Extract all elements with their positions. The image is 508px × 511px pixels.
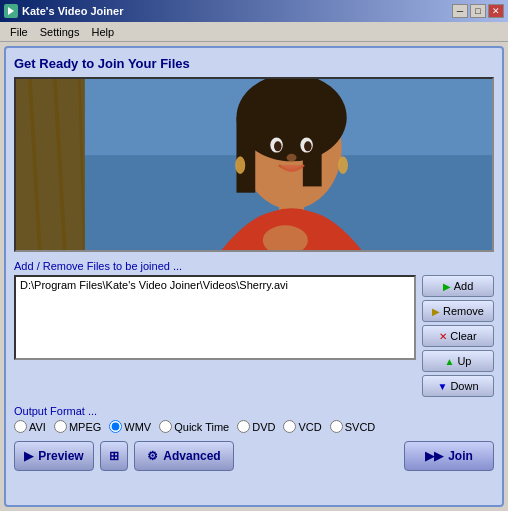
svg-marker-0: [8, 7, 14, 15]
clear-button[interactable]: ✕ Clear: [422, 325, 494, 347]
preview-button[interactable]: ▶ Preview: [14, 441, 94, 471]
format-dvd[interactable]: DVD: [237, 420, 275, 433]
format-options: AVI MPEG WMV Quick Time DVD VCD SVCD: [14, 420, 494, 433]
video-preview: [14, 77, 494, 252]
join-button[interactable]: ▶▶ Join: [404, 441, 494, 471]
grid-button[interactable]: ⊞: [100, 441, 128, 471]
output-section: Output Format ... AVI MPEG WMV Quick Tim…: [14, 405, 494, 433]
menu-settings[interactable]: Settings: [34, 25, 86, 39]
file-section-label: Add / Remove Files to be joined ...: [14, 260, 494, 272]
format-mpeg[interactable]: MPEG: [54, 420, 101, 433]
clear-icon: ✕: [439, 331, 447, 342]
join-icon: ▶▶: [425, 449, 443, 463]
bottom-buttons: ▶ Preview ⊞ ⚙ Advanced ▶▶ Join: [14, 441, 494, 471]
svg-point-19: [338, 156, 348, 174]
up-button[interactable]: ▲ Up: [422, 350, 494, 372]
svg-point-18: [235, 156, 245, 174]
menubar: File Settings Help: [0, 22, 508, 42]
titlebar-left: Kate's Video Joiner: [4, 4, 123, 18]
file-buttons: ▶ Add ▶ Remove ✕ Clear ▲ Up ▼ Down: [422, 275, 494, 397]
file-list[interactable]: D:\Program Files\Kate's Video Joiner\Vid…: [14, 275, 416, 360]
format-vcd[interactable]: VCD: [283, 420, 321, 433]
advanced-button[interactable]: ⚙ Advanced: [134, 441, 234, 471]
menu-file[interactable]: File: [4, 25, 34, 39]
add-icon: ▶: [443, 281, 451, 292]
svg-point-14: [274, 141, 282, 151]
output-label: Output Format ...: [14, 405, 494, 417]
menu-help[interactable]: Help: [85, 25, 120, 39]
remove-icon: ▶: [432, 306, 440, 317]
maximize-button[interactable]: □: [470, 4, 486, 18]
svg-point-15: [304, 141, 312, 151]
minimize-button[interactable]: ─: [452, 4, 468, 18]
main-window: Get Ready to Join Your Files: [4, 46, 504, 507]
titlebar: Kate's Video Joiner ─ □ ✕: [0, 0, 508, 22]
close-button[interactable]: ✕: [488, 4, 504, 18]
svg-rect-10: [236, 118, 255, 193]
page-title: Get Ready to Join Your Files: [14, 56, 494, 71]
advanced-icon: ⚙: [147, 449, 158, 463]
format-svcd[interactable]: SVCD: [330, 420, 376, 433]
down-icon: ▼: [437, 381, 447, 392]
format-quicktime[interactable]: Quick Time: [159, 420, 229, 433]
remove-button[interactable]: ▶ Remove: [422, 300, 494, 322]
up-icon: ▲: [445, 356, 455, 367]
format-wmv[interactable]: WMV: [109, 420, 151, 433]
down-button[interactable]: ▼ Down: [422, 375, 494, 397]
titlebar-buttons: ─ □ ✕: [452, 4, 504, 18]
svg-point-16: [287, 154, 297, 162]
add-button[interactable]: ▶ Add: [422, 275, 494, 297]
file-section: D:\Program Files\Kate's Video Joiner\Vid…: [14, 275, 494, 397]
titlebar-title: Kate's Video Joiner: [22, 5, 123, 17]
app-icon: [4, 4, 18, 18]
grid-icon: ⊞: [109, 449, 119, 463]
preview-icon: ▶: [24, 449, 33, 463]
format-avi[interactable]: AVI: [14, 420, 46, 433]
list-item[interactable]: D:\Program Files\Kate's Video Joiner\Vid…: [20, 279, 410, 291]
